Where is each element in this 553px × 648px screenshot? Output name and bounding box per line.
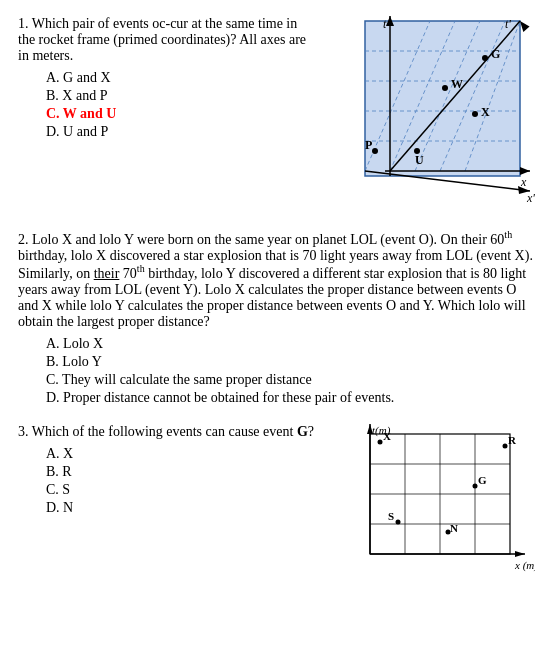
svg-marker-17 (520, 167, 530, 175)
svg-text:N: N (450, 522, 458, 534)
svg-text:x': x' (526, 191, 535, 205)
question-1-number: 1. (18, 16, 29, 31)
svg-point-49 (473, 484, 478, 489)
q1-choice-a: A. G and X (46, 70, 317, 86)
svg-text:U: U (415, 153, 424, 167)
q2-choice-d: D. Proper distance cannot be obtained fo… (46, 390, 535, 406)
q2-choice-a: A. Lolo X (46, 336, 535, 352)
svg-text:x: x (520, 175, 527, 189)
svg-point-24 (442, 85, 448, 91)
q3-choice-b: B. R (46, 464, 334, 480)
svg-text:P: P (365, 138, 372, 152)
svg-text:x (m): x (m) (514, 559, 535, 572)
q2-choice-b: B. Lolo Y (46, 354, 535, 370)
diagram-2: t(m) x (m) X R G S N (360, 424, 535, 584)
q1-choice-c: C. W and U (46, 106, 317, 122)
svg-point-45 (378, 440, 383, 445)
question-3-block: 3. Which of the following events can cau… (18, 424, 535, 584)
q1-label-d: D. U and P (46, 124, 108, 139)
question-1-block: 1. Which pair of events oc-cur at the sa… (18, 16, 535, 211)
svg-text:R: R (508, 434, 517, 446)
diagram-2-svg: t(m) x (m) X R G S N (360, 424, 535, 584)
svg-text:G: G (491, 47, 500, 61)
svg-text:S: S (388, 510, 394, 522)
svg-rect-0 (365, 21, 520, 176)
svg-marker-43 (515, 551, 525, 557)
svg-text:X: X (481, 105, 490, 119)
svg-text:W: W (451, 77, 463, 91)
svg-text:G: G (478, 474, 487, 486)
q1-choice-b: B. X and P (46, 88, 317, 104)
q1-label-c: C. W and U (46, 106, 116, 121)
question-2-number: 2. (18, 232, 29, 247)
svg-text:t': t' (505, 17, 511, 31)
svg-point-47 (503, 444, 508, 449)
question-3-number: 3. (18, 424, 29, 439)
question-2-body: Lolo X and lolo Y were born on the same … (18, 232, 533, 330)
svg-point-26 (472, 111, 478, 117)
svg-text:X: X (383, 430, 391, 442)
question-1-choices: A. G and X B. X and P C. W and U D. U an… (46, 70, 317, 140)
question-2-block: 2. Lolo X and lolo Y were born on the sa… (18, 229, 535, 406)
diagram-1-svg: t t' x x' G W (335, 16, 535, 211)
question-1-body: Which pair of events oc-cur at the same … (18, 16, 306, 63)
question-3-body: Which of the following events can cause … (32, 424, 314, 439)
q1-label-a: A. G and X (46, 70, 111, 85)
question-1-text: 1. Which pair of events oc-cur at the sa… (18, 16, 327, 142)
diagram-1: t t' x x' G W (335, 16, 535, 211)
question-2-choices: A. Lolo X B. Lolo Y C. They will calcula… (46, 336, 535, 406)
svg-point-51 (396, 520, 401, 525)
q3-choice-a: A. X (46, 446, 334, 462)
question-3-text-area: 3. Which of the following events can cau… (18, 424, 344, 518)
q1-label-b: B. X and P (46, 88, 107, 103)
q2-choice-c: C. They will calculate the same proper d… (46, 372, 535, 388)
svg-point-22 (482, 55, 488, 61)
q3-choice-d: D. N (46, 500, 334, 516)
question-2-text: 2. Lolo X and lolo Y were born on the sa… (18, 229, 535, 330)
q1-choice-d: D. U and P (46, 124, 317, 140)
svg-point-28 (372, 148, 378, 154)
q3-choice-c: C. S (46, 482, 334, 498)
question-3-choices: A. X B. R C. S D. N (46, 446, 334, 516)
